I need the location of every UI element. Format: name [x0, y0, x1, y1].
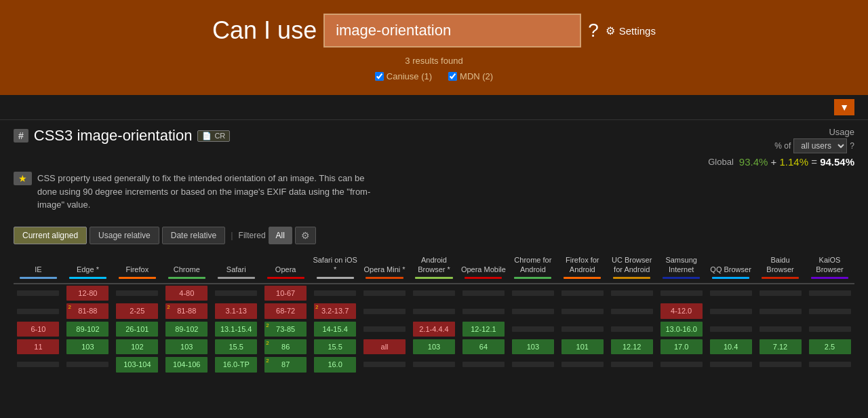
table-cell[interactable]: 104-106	[162, 356, 212, 373]
table-cell[interactable]: 103	[162, 338, 212, 356]
table-cell[interactable]: 10.4	[706, 338, 755, 356]
table-cell[interactable]: 287	[261, 356, 311, 373]
table-cell[interactable]: 13.0-16.0	[656, 320, 706, 338]
filter-checkboxes: Caniuse (1) MDN (2)	[0, 71, 868, 81]
table-cell	[508, 302, 557, 320]
settings-button[interactable]: ⚙ Settings	[606, 24, 656, 37]
table-cell[interactable]: 12.12	[607, 338, 656, 356]
table-cell[interactable]: all	[360, 338, 410, 356]
table-cell[interactable]: 286	[261, 338, 311, 356]
cr-badge: 📄 CR	[197, 130, 230, 142]
table-cell	[113, 284, 162, 302]
table-cell	[805, 302, 854, 320]
table-cell[interactable]: 64	[458, 338, 508, 356]
table-cell[interactable]: 12-12.1	[458, 320, 508, 338]
table-cell	[755, 284, 805, 302]
mdn-filter[interactable]: MDN (2)	[448, 71, 493, 81]
browser-header-edge: Edge *	[63, 252, 113, 284]
table-cell	[755, 356, 805, 373]
hash-badge[interactable]: #	[14, 129, 28, 142]
browser-header-firefox-for-android: Firefox for Android	[557, 252, 607, 284]
browser-header-chrome: Chrome	[162, 252, 212, 284]
table-cell[interactable]: 101	[557, 338, 607, 356]
star-badge[interactable]: ★	[14, 172, 32, 185]
tab-usage-relative[interactable]: Usage relative	[90, 227, 159, 244]
user-select[interactable]: all users	[793, 138, 847, 153]
feature-title-row: # CSS3 image-orientation 📄 CR	[14, 127, 230, 145]
main-content: # CSS3 image-orientation 📄 CR Usage % of…	[0, 120, 868, 381]
table-cell	[706, 356, 755, 373]
table-cell	[410, 284, 459, 302]
usage-label: Usage	[637, 127, 854, 137]
table-cell[interactable]: 103	[508, 338, 557, 356]
question-mark: ?	[588, 20, 599, 41]
table-cell	[360, 284, 410, 302]
filter-icon-button[interactable]: ▼	[834, 99, 854, 115]
mdn-checkbox[interactable]	[448, 72, 457, 81]
tab-current-aligned[interactable]: Current aligned	[14, 227, 87, 244]
table-cell	[508, 320, 557, 338]
table-cell	[508, 284, 557, 302]
search-input[interactable]	[323, 14, 581, 48]
table-cell[interactable]: 2.5	[805, 338, 854, 356]
caniuse-filter[interactable]: Caniuse (1)	[375, 71, 432, 81]
table-cell[interactable]: 16.0	[311, 356, 360, 373]
table-cell[interactable]: 68-72	[261, 302, 311, 320]
table-cell[interactable]: 11	[14, 338, 63, 356]
table-cell	[557, 356, 607, 373]
tab-all[interactable]: All	[269, 227, 292, 244]
table-cell[interactable]: 23.2-13.7	[311, 302, 360, 320]
table-cell[interactable]: 2-25	[113, 302, 162, 320]
table-row: 281-882-25281-883.1-1368-7223.2-13.74-12…	[14, 302, 854, 320]
table-cell[interactable]: 102	[113, 338, 162, 356]
table-cell[interactable]: 17.0	[656, 338, 706, 356]
table-cell[interactable]: 3.1-13	[212, 302, 261, 320]
browser-table: IEEdge *FirefoxChromeSafariOperaSafari o…	[14, 252, 854, 374]
usage-selector: % of all users ?	[637, 138, 854, 153]
browser-header-kaios-browser: KaiOS Browser	[805, 252, 854, 284]
table-cell[interactable]: 103	[410, 338, 459, 356]
table-cell[interactable]: 2.1-4.4.4	[410, 320, 459, 338]
browser-header-samsung-internet: Samsung Internet	[656, 252, 706, 284]
table-cell[interactable]: 15.5	[212, 338, 261, 356]
table-cell[interactable]: 16.0-TP	[212, 356, 261, 373]
table-cell[interactable]: 4-12.0	[656, 302, 706, 320]
table-cell[interactable]: 14-15.4	[311, 320, 360, 338]
table-cell	[805, 356, 854, 373]
browser-header-opera-mini: Opera Mini *	[360, 252, 410, 284]
filter-bar: ▼	[0, 95, 868, 120]
caniuse-checkbox[interactable]	[375, 72, 384, 81]
table-cell[interactable]: 103-104	[113, 356, 162, 373]
table-cell[interactable]: 89-102	[63, 320, 113, 338]
table-cell[interactable]: 7.12	[755, 338, 805, 356]
browser-header-opera: Opera	[261, 252, 311, 284]
table-cell	[63, 356, 113, 373]
table-cell[interactable]: 4-80	[162, 284, 212, 302]
table-cell[interactable]: 273-85	[261, 320, 311, 338]
table-cell	[607, 356, 656, 373]
table-cell[interactable]: 281-88	[63, 302, 113, 320]
table-cell[interactable]: 281-88	[162, 302, 212, 320]
table-cell	[410, 356, 459, 373]
table-cell	[706, 320, 755, 338]
table-cell	[755, 320, 805, 338]
tab-bar: Current aligned Usage relative Date rela…	[14, 227, 854, 244]
table-cell[interactable]: 13.1-15.4	[212, 320, 261, 338]
tab-settings-button[interactable]: ⚙	[295, 227, 316, 244]
tab-date-relative[interactable]: Date relative	[162, 227, 225, 244]
table-cell[interactable]: 89-102	[162, 320, 212, 338]
table-cell	[607, 284, 656, 302]
table-cell[interactable]: 6-10	[14, 320, 63, 338]
table-cell	[557, 284, 607, 302]
gear-icon: ⚙	[606, 24, 615, 37]
table-cell[interactable]: 15.5	[311, 338, 360, 356]
table-cell[interactable]: 26-101	[113, 320, 162, 338]
table-cell	[755, 302, 805, 320]
table-cell	[508, 356, 557, 373]
table-cell[interactable]: 103	[63, 338, 113, 356]
browser-header-qq-browser: QQ Browser	[706, 252, 755, 284]
table-cell	[14, 356, 63, 373]
table-cell[interactable]: 12-80	[63, 284, 113, 302]
table-cell[interactable]: 10-67	[261, 284, 311, 302]
table-cell	[557, 302, 607, 320]
